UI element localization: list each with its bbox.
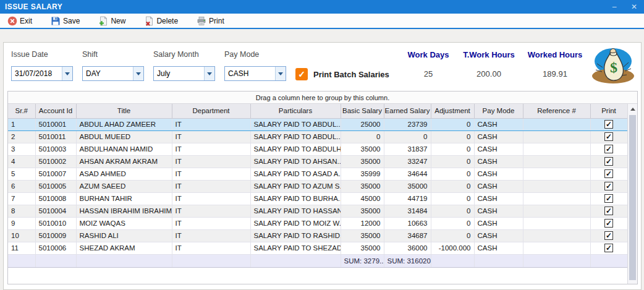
- cell-basic-salary[interactable]: 12000: [341, 217, 384, 229]
- shift-combobox[interactable]: DAY: [82, 66, 144, 81]
- column-header-basic-salary[interactable]: Basic Salary: [341, 104, 384, 118]
- cell-print[interactable]: ✓: [590, 168, 627, 180]
- cell-reference[interactable]: [523, 143, 590, 155]
- cell-title[interactable]: AHSAN AKRAM AKRAM: [76, 155, 172, 168]
- cell-account-id[interactable]: 5010009: [35, 229, 76, 242]
- minimize-button[interactable]: –: [604, 0, 624, 14]
- cell-title[interactable]: BURHAN TAHIR: [76, 192, 172, 205]
- salary-month-dropdown-button[interactable]: [204, 67, 214, 80]
- print-checkbox[interactable]: ✓: [604, 145, 613, 153]
- cell-reference[interactable]: [523, 242, 590, 254]
- cell-reference[interactable]: [523, 130, 590, 143]
- cell-pay-mode[interactable]: CASH: [474, 217, 523, 229]
- cell-pay-mode[interactable]: CASH: [474, 242, 523, 254]
- cell-sr[interactable]: 11: [8, 242, 35, 254]
- cell-print[interactable]: ✓: [590, 229, 627, 242]
- cell-print[interactable]: ✓: [590, 180, 627, 192]
- print-checkbox[interactable]: ✓: [604, 169, 613, 178]
- cell-pay-mode[interactable]: CASH: [474, 180, 523, 192]
- cell-adjustment[interactable]: 0: [431, 155, 474, 168]
- cell-print[interactable]: ✓: [590, 143, 627, 155]
- cell-adjustment[interactable]: 0: [431, 205, 474, 217]
- cell-sr[interactable]: 10: [8, 229, 35, 242]
- cell-pay-mode[interactable]: CASH: [474, 143, 523, 155]
- cell-sr[interactable]: 1: [8, 118, 35, 130]
- cell-title[interactable]: AZUM SAEED: [76, 180, 172, 192]
- print-checkbox[interactable]: ✓: [604, 182, 613, 190]
- cell-adjustment[interactable]: 0: [431, 229, 474, 242]
- cell-reference[interactable]: [523, 180, 590, 192]
- cell-account-id[interactable]: 5010002: [35, 155, 76, 168]
- cell-sr[interactable]: 9: [8, 217, 35, 229]
- cell-sr[interactable]: 4: [8, 155, 35, 168]
- print-button[interactable]: Print: [193, 14, 231, 28]
- column-header-reference[interactable]: Reference #: [523, 104, 590, 118]
- cell-reference[interactable]: [523, 205, 590, 217]
- print-checkbox[interactable]: ✓: [604, 157, 613, 166]
- column-header-department[interactable]: Department: [172, 104, 250, 118]
- cell-earned-salary[interactable]: 31837: [384, 143, 431, 155]
- cell-sr[interactable]: 7: [8, 192, 35, 205]
- cell-department[interactable]: IT: [172, 118, 250, 130]
- scrollbar-thumb[interactable]: [629, 115, 636, 280]
- cell-adjustment[interactable]: 0: [431, 143, 474, 155]
- cell-adjustment[interactable]: 0: [431, 192, 474, 205]
- cell-earned-salary[interactable]: 34687: [384, 229, 431, 242]
- cell-particulars[interactable]: SALARY PAID TO ABDUL...: [250, 130, 341, 143]
- cell-print[interactable]: ✓: [590, 192, 627, 205]
- cell-sr[interactable]: 3: [8, 143, 35, 155]
- cell-adjustment[interactable]: 0: [431, 118, 474, 130]
- cell-particulars[interactable]: SALARY PAID TO MOIZ W...: [250, 217, 341, 229]
- cell-particulars[interactable]: SALARY PAID TO RASHID...: [250, 229, 341, 242]
- save-button[interactable]: Save: [47, 14, 86, 28]
- cell-department[interactable]: IT: [172, 168, 250, 180]
- cell-title[interactable]: ASAD AHMED: [76, 168, 172, 180]
- close-button[interactable]: ✕: [624, 0, 644, 14]
- exit-button[interactable]: Exit: [4, 14, 38, 28]
- print-checkbox[interactable]: ✓: [604, 231, 613, 240]
- cell-particulars[interactable]: SALARY PAID TO SHEZAD...: [250, 242, 341, 254]
- column-header-print[interactable]: Print: [590, 104, 627, 118]
- cell-department[interactable]: IT: [172, 155, 250, 168]
- cell-print[interactable]: ✓: [590, 155, 627, 168]
- column-header-adjustment[interactable]: Adjustment: [431, 104, 474, 118]
- print-checkbox[interactable]: ✓: [604, 207, 613, 215]
- cell-earned-salary[interactable]: 35000: [384, 180, 431, 192]
- cell-reference[interactable]: [523, 155, 590, 168]
- cell-pay-mode[interactable]: CASH: [474, 192, 523, 205]
- cell-particulars[interactable]: SALARY PAID TO ABDULH...: [250, 143, 341, 155]
- cell-basic-salary[interactable]: 0: [341, 130, 384, 143]
- pay-mode-combobox[interactable]: CASH: [224, 66, 286, 81]
- cell-department[interactable]: IT: [172, 130, 250, 143]
- cell-account-id[interactable]: 5010007: [35, 168, 76, 180]
- cell-title[interactable]: HASSAN IBRAHIM IBRAHIM: [76, 205, 172, 217]
- cell-reference[interactable]: [523, 192, 590, 205]
- cell-account-id[interactable]: 5010011: [35, 130, 76, 143]
- cell-print[interactable]: ✓: [590, 217, 627, 229]
- cell-pay-mode[interactable]: CASH: [474, 168, 523, 180]
- cell-department[interactable]: IT: [172, 217, 250, 229]
- cell-department[interactable]: IT: [172, 192, 250, 205]
- cell-account-id[interactable]: 5010008: [35, 192, 76, 205]
- cell-department[interactable]: IT: [172, 205, 250, 217]
- cell-title[interactable]: RASHID ALI: [76, 229, 172, 242]
- cell-basic-salary[interactable]: 35000: [341, 155, 384, 168]
- cell-basic-salary[interactable]: 45000: [341, 192, 384, 205]
- pay-mode-dropdown-button[interactable]: [275, 67, 286, 80]
- print-batch-checkbox[interactable]: ✓: [295, 68, 308, 80]
- cell-account-id[interactable]: 5010006: [35, 242, 76, 254]
- cell-reference[interactable]: [523, 118, 590, 130]
- column-header-earned-salary[interactable]: Earned Salary: [384, 104, 431, 118]
- cell-pay-mode[interactable]: CASH: [474, 205, 523, 217]
- cell-reference[interactable]: [523, 229, 590, 242]
- cell-print[interactable]: ✓: [590, 130, 627, 143]
- column-header-particulars[interactable]: Particulars: [250, 104, 341, 118]
- salary-month-combobox[interactable]: July: [153, 66, 215, 81]
- cell-particulars[interactable]: SALARY PAID TO AZUM S...: [250, 180, 341, 192]
- print-checkbox[interactable]: ✓: [604, 244, 613, 252]
- cell-adjustment[interactable]: 0: [431, 130, 474, 143]
- issue-date-dropdown-button[interactable]: [62, 67, 72, 80]
- cell-department[interactable]: IT: [172, 229, 250, 242]
- issue-date-combobox[interactable]: 31/07/2018: [11, 66, 73, 81]
- print-checkbox[interactable]: ✓: [604, 219, 613, 228]
